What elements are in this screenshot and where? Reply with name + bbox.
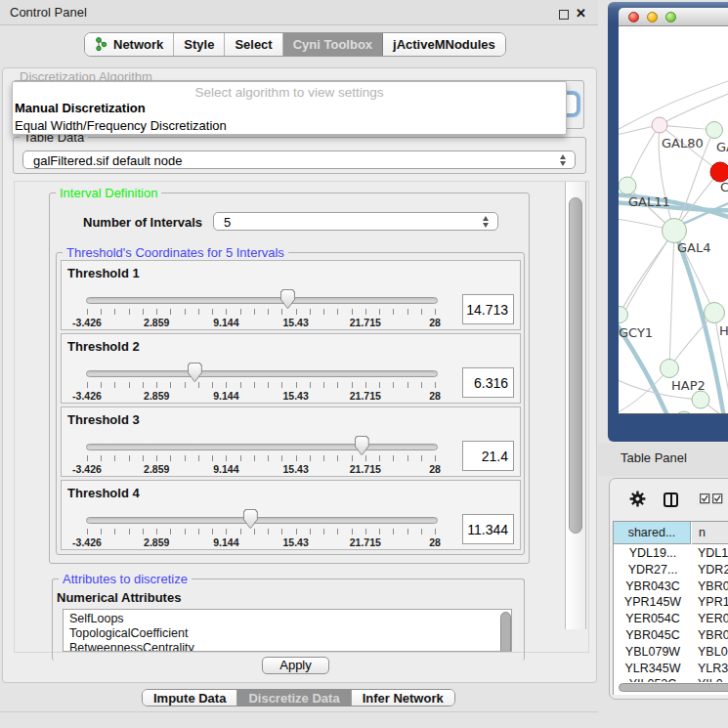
tab-discretize-data[interactable]: Discretize Data	[237, 690, 351, 706]
table-row[interactable]: YBR043CYBR0	[614, 578, 728, 595]
slider-track[interactable]	[86, 517, 438, 524]
apply-button[interactable]: Apply	[262, 657, 329, 674]
network-node[interactable]	[652, 117, 667, 133]
network-node[interactable]	[710, 162, 728, 182]
gear-icon[interactable]	[629, 491, 646, 512]
close-icon[interactable]: ✕	[576, 6, 586, 21]
table-row[interactable]: YER054CYER0	[614, 611, 728, 627]
table-hscrollbar-thumb[interactable]	[619, 683, 728, 692]
slider-tick	[185, 455, 186, 461]
tab-jactivemnodules[interactable]: jActiveMNodules	[383, 33, 505, 56]
slider-tick-label: -3.426	[72, 536, 102, 548]
slider-tick	[407, 382, 408, 388]
tab-style[interactable]: Style	[174, 33, 225, 56]
slider-tick	[352, 382, 353, 388]
algorithm-option-manual[interactable]: Manual Discretization	[15, 101, 146, 115]
panel-scrollbar-thumb[interactable]	[569, 197, 582, 534]
slider-tick	[254, 529, 255, 535]
network-node-label: GAL11	[628, 194, 670, 209]
table-card: shared... n YDL19...YDL1YDR27...YDR2YBR0…	[609, 478, 728, 700]
column-header-shared[interactable]: shared...	[614, 522, 691, 544]
columns-icon[interactable]	[664, 492, 678, 507]
slider-tick	[435, 382, 436, 388]
tab-network[interactable]: Network	[85, 33, 174, 56]
slider-tick-label: 15.43	[282, 317, 308, 328]
slider-track[interactable]	[86, 444, 438, 450]
attribute-list-item[interactable]: TopologicalCoefficient	[69, 626, 188, 640]
float-window-icon[interactable]	[559, 10, 569, 20]
slider-tick	[421, 309, 422, 315]
network-node[interactable]	[705, 303, 725, 323]
select-columns-icon[interactable]	[700, 493, 723, 507]
threshold-label: Threshold 3	[67, 412, 140, 427]
slider-tick	[143, 382, 144, 388]
slider-tick-label: 15.43	[282, 463, 308, 475]
close-traffic-light[interactable]	[628, 12, 639, 22]
slider-tick-label: 2.859	[144, 536, 169, 548]
slider-tick	[185, 382, 186, 388]
network-node[interactable]	[661, 360, 679, 378]
network-node[interactable]	[707, 122, 723, 139]
table-row[interactable]: YPR145WYPR1	[614, 594, 728, 611]
panel-scrollbar[interactable]	[565, 182, 586, 629]
slider-track[interactable]	[86, 370, 438, 377]
slider-tick	[365, 382, 366, 388]
slider-tick	[87, 455, 88, 461]
network-node[interactable]	[619, 177, 636, 194]
table-row[interactable]: YBR045CYBR0	[614, 627, 728, 644]
threshold-value-field[interactable]: 11.344	[462, 514, 514, 544]
slider-thumb[interactable]	[355, 436, 369, 455]
network-window-titlebar	[619, 8, 728, 26]
attribute-list-item[interactable]: BetweennessCentrality	[69, 641, 194, 652]
threshold-value-field[interactable]: 14.713	[462, 294, 514, 324]
slider-tick	[129, 309, 130, 315]
list-scrollbar-thumb[interactable]	[500, 612, 511, 652]
algorithm-option-equal-width[interactable]: Equal Width/Frequency Discretization	[15, 118, 227, 133]
slider-tick	[143, 455, 144, 461]
slider-track[interactable]	[86, 297, 438, 304]
network-edge[interactable]	[669, 231, 674, 368]
attribute-list-item[interactable]: SelfLoops	[69, 612, 124, 625]
table-row[interactable]: YBL079WYBL0	[614, 644, 728, 661]
slider-tick	[101, 309, 102, 315]
table-row[interactable]: YDL19...YDL1	[614, 545, 728, 562]
zoom-traffic-light[interactable]	[665, 12, 676, 22]
network-edge[interactable]	[619, 231, 674, 339]
network-node-label: GAL80	[662, 136, 704, 150]
column-header-name[interactable]: n	[692, 522, 728, 544]
threshold-value-field[interactable]: 21.4	[462, 441, 514, 471]
tab-impute-data[interactable]: Impute Data	[143, 690, 237, 706]
network-node[interactable]	[663, 219, 687, 243]
numerical-attributes-list[interactable]: SelfLoopsTopologicalCoefficientBetweenne…	[63, 609, 512, 652]
table-hscrollbar[interactable]	[614, 682, 728, 695]
slider-tick	[365, 455, 366, 461]
slider-tick	[254, 309, 255, 315]
tab-cyni-toolbox[interactable]: Cyni Toolbox	[283, 33, 383, 56]
slider-tick	[114, 529, 115, 535]
tab-select[interactable]: Select	[225, 33, 282, 56]
network-edge[interactable]	[660, 93, 728, 125]
algorithm-dropdown: Select algorithm to view settings Manual…	[12, 81, 567, 135]
network-node[interactable]	[692, 391, 709, 408]
slider-tick	[254, 382, 255, 388]
slider-tick	[87, 529, 88, 535]
minimize-traffic-light[interactable]	[647, 12, 658, 22]
slider-tick	[421, 382, 422, 388]
slider-tick	[352, 309, 353, 315]
network-edge[interactable]	[627, 125, 660, 186]
table-row[interactable]: YDR27...YDR2	[614, 562, 728, 578]
slider-thumb[interactable]	[188, 363, 202, 382]
slider-thumb[interactable]	[243, 509, 258, 529]
network-canvas[interactable]: GAL80GALCGAL11GAL4HGCY1HAP2	[619, 26, 728, 414]
slider-tick	[156, 455, 157, 461]
table-row[interactable]: YLR345WYLR3	[614, 661, 728, 677]
tab-infer-network[interactable]: Infer Network	[352, 690, 454, 706]
slider-thumb[interactable]	[280, 289, 295, 309]
control-panel-titlebar: Control Panel	[0, 0, 598, 25]
table-data-combo[interactable]: galFiltered.sif default node	[22, 150, 576, 169]
bottom-strip	[0, 711, 598, 728]
threshold-value-field[interactable]: 6.316	[462, 367, 514, 398]
network-node[interactable]	[675, 411, 693, 414]
slider-tick	[435, 309, 436, 315]
number-of-intervals-combo[interactable]: 5	[213, 212, 498, 231]
